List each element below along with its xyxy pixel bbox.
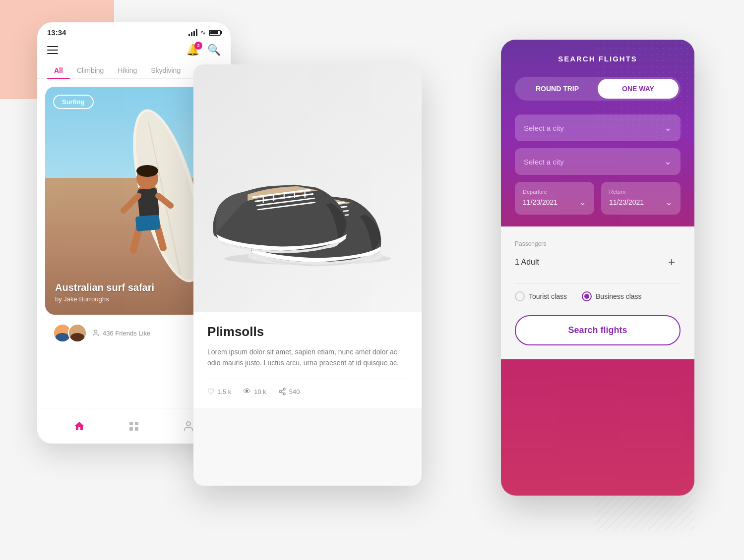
svg-point-19	[186, 422, 190, 426]
friends-count: 436 Friends Like	[103, 330, 150, 337]
tab-hiking[interactable]: Hiking	[111, 62, 144, 78]
return-chevron-icon: ⌄	[665, 197, 673, 208]
activity-info: Australian surf safari by Jake Burroughs	[55, 282, 154, 303]
to-city-placeholder: Select a city	[524, 158, 564, 166]
wifi-icon: ∿	[200, 29, 206, 36]
signal-icon	[188, 29, 197, 36]
svg-point-41	[279, 391, 281, 392]
tab-all[interactable]: All	[47, 62, 70, 78]
svg-rect-16	[135, 422, 138, 425]
radio-selected-indicator	[584, 294, 589, 299]
nav-grid[interactable]	[128, 420, 140, 432]
status-icons: ∿	[188, 29, 221, 36]
nav-home[interactable]	[73, 420, 85, 432]
class-selector: Tourist class Business class	[515, 291, 681, 301]
business-class-label: Business class	[596, 292, 642, 300]
departure-date-field[interactable]: Departure 11/23/2021 ⌄	[515, 182, 594, 215]
tourist-class-label: Tourist class	[529, 292, 567, 300]
svg-point-40	[283, 389, 285, 391]
tab-climbing[interactable]: Climbing	[70, 62, 111, 78]
business-class-option[interactable]: Business class	[582, 291, 642, 301]
passengers-section: Passengers 1 Adult +	[515, 240, 681, 271]
departure-label: Departure	[523, 189, 586, 195]
section-divider	[515, 283, 681, 283]
svg-line-44	[281, 390, 283, 392]
stat-likes: ♡ 1.5 k	[207, 387, 231, 396]
status-time: 13:34	[47, 28, 66, 37]
activity-badge: Surfing	[53, 95, 94, 109]
product-background	[193, 64, 422, 312]
passengers-label: Passengers	[515, 240, 681, 247]
nav-profile[interactable]	[183, 420, 194, 432]
svg-line-9	[124, 196, 138, 211]
svg-rect-6	[137, 187, 159, 219]
stat-shares: 540	[278, 388, 300, 395]
departure-date-value: 11/23/2021	[523, 198, 558, 206]
return-date-value: 11/23/2021	[609, 198, 644, 206]
heart-icon: ♡	[207, 387, 214, 396]
product-image-area	[193, 64, 422, 312]
avatar-2	[68, 324, 87, 342]
svg-rect-17	[129, 427, 133, 431]
date-row: Departure 11/23/2021 ⌄ Return 11/23/2021…	[515, 182, 681, 215]
passenger-row: 1 Adult +	[515, 253, 681, 271]
svg-point-8	[136, 165, 158, 177]
stat-views: 👁 10 k	[243, 387, 266, 396]
home-icon	[73, 420, 85, 432]
search-flights-button[interactable]: Search flights	[515, 315, 681, 345]
person-icon	[92, 329, 100, 337]
from-city-placeholder: Select a city	[524, 124, 564, 132]
return-date-field[interactable]: Return 11/23/2021 ⌄	[601, 182, 681, 215]
return-label: Return	[609, 189, 673, 195]
activity-title: Australian surf safari	[55, 282, 154, 293]
hamburger-menu-icon[interactable]	[47, 46, 58, 54]
battery-icon	[209, 30, 221, 36]
friends-info: 436 Friends Like	[92, 329, 150, 337]
friend-avatars	[53, 324, 87, 342]
svg-rect-15	[129, 422, 133, 425]
svg-rect-18	[135, 427, 138, 431]
profile-icon	[183, 420, 194, 432]
header-actions: 🔔 2 🔍	[186, 44, 221, 56]
product-content: Plimsolls Lorem ipsum dolor sit amet, sa…	[193, 312, 422, 408]
to-city-field[interactable]: Select a city ⌄	[515, 148, 681, 175]
passenger-count: 1 Adult	[515, 258, 539, 267]
product-app-card: Plimsolls Lorem ipsum dolor sit amet, sa…	[193, 64, 422, 486]
share-icon	[278, 388, 286, 395]
svg-point-42	[283, 393, 285, 395]
svg-line-43	[281, 392, 283, 393]
add-passenger-button[interactable]: +	[663, 253, 681, 271]
svg-rect-13	[135, 215, 160, 231]
flight-bottom-section: Passengers 1 Adult + Tourist class Busin…	[501, 226, 694, 359]
app-header: 🔔 2 🔍	[37, 40, 231, 62]
activity-author: by Jake Burroughs	[55, 295, 154, 303]
from-chevron-icon: ⌄	[664, 122, 672, 133]
dot-pattern-decoration	[595, 40, 694, 139]
tourist-radio	[515, 291, 525, 301]
views-count: 10 k	[254, 388, 266, 395]
return-value-row: 11/23/2021 ⌄	[609, 197, 673, 208]
search-icon[interactable]: 🔍	[207, 44, 221, 56]
business-radio	[582, 291, 592, 301]
tab-skydiving[interactable]: Skydiving	[144, 62, 187, 78]
to-chevron-icon: ⌄	[664, 156, 672, 167]
notification-badge: 2	[194, 42, 202, 50]
departure-value-row: 11/23/2021 ⌄	[523, 197, 586, 208]
grid-icon	[128, 420, 140, 432]
status-bar: 13:34 ∿	[37, 22, 231, 40]
svg-point-14	[94, 330, 97, 333]
product-description: Lorem ipsum dolor sit amet, sapien etiam…	[207, 346, 408, 369]
notification-bell[interactable]: 🔔 2	[186, 44, 199, 56]
departure-chevron-icon: ⌄	[579, 197, 586, 208]
round-trip-button[interactable]: ROUND TRIP	[517, 79, 598, 99]
eye-icon: 👁	[243, 387, 251, 396]
likes-count: 1.5 k	[217, 388, 231, 395]
flight-app-card: SEARCH FLIGHTS ROUND TRIP ONE WAY Select…	[501, 40, 694, 496]
product-stats: ♡ 1.5 k 👁 10 k 540	[207, 379, 408, 396]
product-title: Plimsolls	[207, 324, 408, 339]
tourist-class-option[interactable]: Tourist class	[515, 291, 567, 301]
shoe-svg	[203, 109, 412, 268]
shares-count: 540	[289, 388, 300, 395]
